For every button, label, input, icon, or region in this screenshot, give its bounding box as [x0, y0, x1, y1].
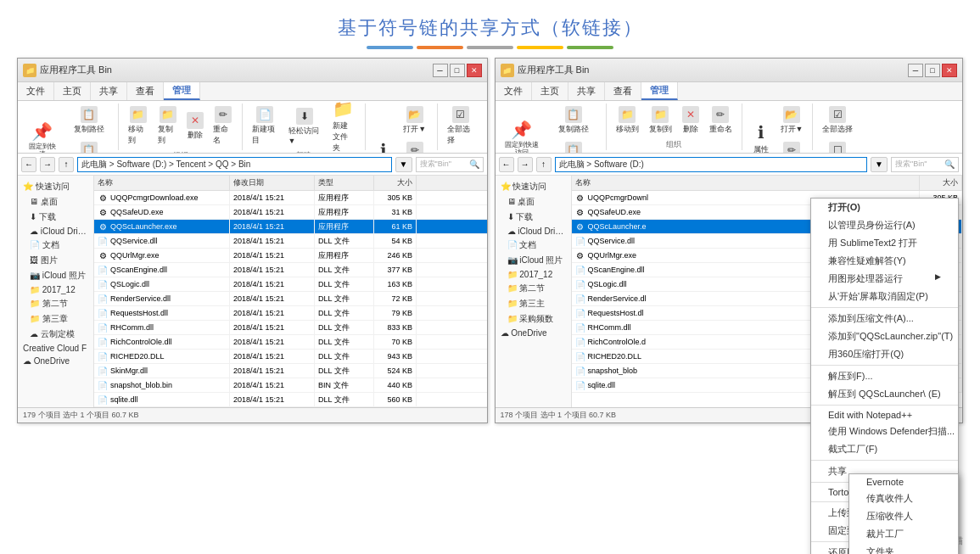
table-row[interactable]: 📄QQService.dll 2018/4/1 15:21 DLL 文件 54 … — [94, 234, 487, 249]
right-col-header-name[interactable]: 名称 — [572, 176, 921, 190]
table-row[interactable]: 📄QSLogic.dll 2018/4/1 15:21 DLL 文件 163 K… — [94, 277, 487, 292]
ctx-notepadpp[interactable]: Edit with Notepad++ — [811, 407, 958, 422]
left-refresh-button[interactable]: ▼ — [395, 157, 412, 172]
right-forward-button[interactable]: → — [518, 157, 533, 172]
sidebar-item-creative-cloud[interactable]: Creative Cloud F — [18, 342, 93, 355]
table-row[interactable]: ⚙QQSafeUD.exe 2018/4/1 15:21 应用程序 31 KB — [94, 205, 487, 220]
ctx-extract-here[interactable]: 解压到 QQScLauncher\ (E) — [811, 385, 958, 403]
right-sidebar-chapter3[interactable]: 📁 第三主 — [496, 296, 571, 311]
table-row[interactable]: 📄sqlite.dll 2018/4/1 15:21 DLL 文件 560 KB — [94, 393, 487, 407]
table-row[interactable]: 📄SkinMgr.dll 2018/4/1 15:21 DLL 文件 524 K… — [94, 364, 487, 378]
right-tab-home[interactable]: 主页 — [532, 82, 568, 100]
right-btn-paste-shortcut[interactable]: 📋 粘贴快捷方式 — [546, 139, 601, 154]
sub-compress[interactable]: 压缩收件人 — [849, 507, 958, 525]
sub-evernote[interactable]: Evernote — [849, 474, 958, 490]
right-btn-open[interactable]: 📂 打开▼ — [776, 104, 808, 137]
right-sidebar-chapter2[interactable]: 📁 第二节 — [496, 281, 571, 296]
right-sidebar-onedrive[interactable]: ☁ OneDrive — [496, 327, 571, 339]
right-up-button[interactable]: ↑ — [536, 157, 552, 172]
col-header-date[interactable]: 修改日期 — [230, 176, 315, 190]
left-forward-button[interactable]: → — [40, 157, 55, 172]
left-btn-newfolder[interactable]: 📁 新建文件夹 — [327, 105, 360, 148]
sidebar-item-downloads[interactable]: ⬇ 下载 — [18, 210, 93, 225]
ctx-open[interactable]: 打开(O) — [811, 199, 958, 216]
right-col-header-size[interactable]: 大小 — [920, 176, 962, 190]
table-row[interactable]: ⚙QQUrlMgr.exe 2018/4/1 15:21 应用程序 246 KB — [94, 249, 487, 263]
sidebar-item-docs[interactable]: 📄 文档 — [18, 238, 93, 253]
left-btn-open[interactable]: 📂 打开▼ — [398, 104, 432, 137]
ctx-unpin[interactable]: 从'开始'屏幕取消固定(P) — [811, 288, 958, 305]
right-btn-copy-path[interactable]: 📋 复制路径 — [546, 104, 601, 137]
sub-fax[interactable]: 传真收件人 — [849, 490, 958, 507]
left-btn-rename[interactable]: ✏ 重命名 — [209, 104, 237, 148]
right-tab-manage[interactable]: 管理 — [641, 82, 678, 100]
table-row[interactable]: 📄RequestsHost.dll 2018/4/1 15:21 DLL 文件 … — [94, 306, 487, 321]
table-row[interactable]: ⚙UQQPcmgrDownload.exe 2018/4/1 15:21 应用程… — [94, 191, 487, 205]
left-btn-easyaccess[interactable]: ⬇ 轻松访问▼ — [284, 105, 325, 148]
right-sidebar-downloads[interactable]: ⬇ 下载 — [496, 210, 571, 225]
right-sidebar-icloud-photos[interactable]: 📷 iCloud 照片 — [496, 253, 571, 268]
left-btn-delete[interactable]: ✕ 删除 — [183, 109, 207, 143]
left-btn-newitem[interactable]: 📄 新建项目 — [248, 104, 283, 148]
left-maximize-button[interactable]: □ — [450, 64, 465, 77]
right-refresh-button[interactable]: ▼ — [871, 157, 888, 172]
ctx-add-zip[interactable]: 添加到"QQScLauncher.zip"(T) — [811, 327, 958, 345]
left-tab-home[interactable]: 主页 — [54, 82, 91, 100]
right-address-path[interactable]: 此电脑 > Software (D:) — [555, 157, 868, 172]
table-row[interactable]: 📄RichControlOle.dll 2018/4/1 15:21 DLL 文… — [94, 335, 487, 350]
left-back-button[interactable]: ← — [21, 157, 36, 172]
right-sidebar-icloud-drive[interactable]: ☁ iCloud Drive # — [496, 225, 571, 238]
right-btn-moveto[interactable]: 📁 移动到 — [612, 104, 643, 137]
right-btn-pin[interactable]: 📌 固定到快速访问 — [499, 117, 545, 154]
sidebar-item-chapter3[interactable]: 📁 第三章 — [18, 311, 93, 327]
right-btn-selectall[interactable]: ☑ 全部选择 — [818, 104, 857, 137]
left-close-button[interactable]: ✕ — [467, 64, 482, 77]
ctx-run-as-admin[interactable]: 以管理员身份运行(A) — [811, 216, 958, 234]
left-minimize-button[interactable]: ─ — [433, 64, 448, 77]
left-btn-copyto[interactable]: 📁 复制到 — [154, 104, 182, 148]
left-address-path[interactable]: 此电脑 > Software (D:) > Tencent > QQ > Bin — [77, 157, 392, 172]
left-btn-pin[interactable]: 📌 固定到快速访问 — [21, 123, 64, 154]
sidebar-item-cloud[interactable]: ☁ 云制定模 — [18, 327, 93, 342]
right-sidebar-docs[interactable]: 📄 文档 — [496, 238, 571, 253]
left-tab-share[interactable]: 共享 — [91, 82, 127, 100]
right-sidebar-purchase[interactable]: 📁 采购频数 — [496, 311, 571, 327]
right-maximize-button[interactable]: □ — [925, 64, 940, 77]
right-search-box[interactable]: 搜索"Bin" 🔍 — [891, 157, 959, 172]
col-header-type[interactable]: 类型 — [315, 176, 374, 190]
sidebar-item-quickaccess[interactable]: ⭐ 快速访问 — [18, 179, 93, 194]
left-btn-copy-path[interactable]: 📋 复制路径 — [65, 104, 114, 137]
right-btn-properties[interactable]: ℹ 属性 — [748, 117, 775, 154]
left-tab-manage[interactable]: 管理 — [164, 82, 200, 100]
sidebar-item-onedrive[interactable]: ☁ OneDrive — [18, 355, 93, 367]
sub-factory[interactable]: 裁片工厂 — [849, 525, 958, 543]
sidebar-item-icloud-drive[interactable]: ☁ iCloud Drive # — [18, 225, 93, 238]
right-btn-edit[interactable]: ✏ 编辑 — [776, 139, 808, 154]
left-btn-selectall[interactable]: ☑ 全部选择 — [443, 104, 479, 148]
right-sidebar-2017-12[interactable]: 📁 2017_12 — [496, 268, 571, 281]
left-btn-moveto[interactable]: 📁 移动到 — [124, 104, 152, 148]
ctx-add-archive[interactable]: 添加到压缩文件(A)... — [811, 310, 958, 327]
right-btn-copyto[interactable]: 📁 复制到 — [645, 104, 676, 137]
left-tab-view[interactable]: 查看 — [127, 82, 164, 100]
table-row[interactable]: 📄snapshot_blob.bin 2018/4/1 15:21 BIN 文件… — [94, 378, 487, 393]
right-btn-rename[interactable]: ✏ 重命名 — [705, 104, 736, 137]
right-minimize-button[interactable]: ─ — [908, 64, 923, 77]
ctx-factory[interactable]: 截式工厂(F) — [811, 440, 958, 458]
right-tab-share[interactable]: 共享 — [568, 82, 605, 100]
left-up-button[interactable]: ↑ — [59, 157, 74, 172]
ctx-open-360[interactable]: 用360压缩打开(Q) — [811, 345, 958, 363]
right-back-button[interactable]: ← — [499, 157, 514, 172]
right-close-button[interactable]: ✕ — [942, 64, 957, 77]
table-row[interactable]: 📄QScanEngine.dll 2018/4/1 15:21 DLL 文件 3… — [94, 263, 487, 277]
right-tab-file[interactable]: 文件 — [496, 82, 532, 100]
sidebar-item-2017-12[interactable]: 📁 2017_12 — [18, 283, 93, 296]
ctx-extract[interactable]: 解压到F)... — [811, 367, 958, 385]
left-search-box[interactable]: 搜索"Bin" 🔍 — [416, 157, 484, 172]
col-header-size[interactable]: 大小 — [374, 176, 417, 190]
ctx-open-sublime[interactable]: 用 SublimeText2 打开 — [811, 234, 958, 252]
left-btn-properties[interactable]: ℹ 属性 — [371, 141, 396, 154]
sidebar-item-chapter2[interactable]: 📁 第二节 — [18, 296, 93, 311]
sub-folder[interactable]: 文件夹 — [849, 543, 958, 554]
table-row[interactable]: 📄RICHED20.DLL 2018/4/1 15:21 DLL 文件 943 … — [94, 350, 487, 364]
